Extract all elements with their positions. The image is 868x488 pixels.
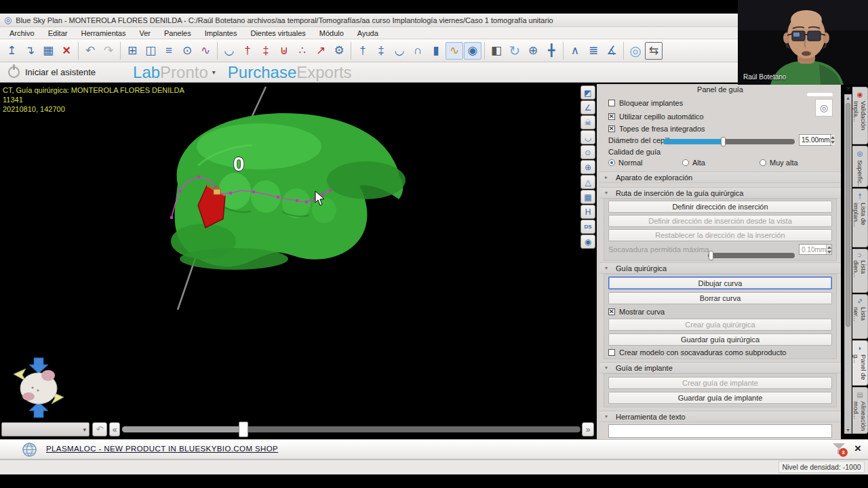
menu-paneles[interactable]: Paneles xyxy=(157,28,198,39)
slice-undo-button[interactable]: ↶ xyxy=(92,422,107,436)
curve-view-icon[interactable]: ∿ xyxy=(446,42,463,60)
lock-visibility-icon[interactable]: ◉ xyxy=(464,42,481,60)
menu-editar[interactable]: Editar xyxy=(41,28,75,39)
define-insertion-direction-button[interactable]: Definir dirección de inserción xyxy=(608,201,832,213)
auto-brush-checkbox[interactable]: Utilizar cepillo automático xyxy=(608,113,704,121)
undo-icon[interactable]: ↶ xyxy=(81,42,99,60)
zoom-detail-icon[interactable]: ⊙ xyxy=(178,42,196,60)
pyramid-view-icon[interactable]: △ xyxy=(580,175,595,189)
quality-alta-radio[interactable]: Alta xyxy=(682,159,705,167)
tab-validacion-implantes[interactable]: ◉ Validación Impla... xyxy=(852,87,868,144)
menu-ver[interactable]: Ver xyxy=(132,28,157,39)
lock-implants-checkbox[interactable]: Bloquear implantes xyxy=(608,99,683,107)
slice-handle-icon[interactable]: H xyxy=(580,205,595,219)
implant-settings-icon[interactable]: ⚙ xyxy=(330,42,348,60)
open-icon[interactable]: ↴ xyxy=(21,42,39,60)
chevron-down-icon[interactable]: ▾ xyxy=(212,68,216,76)
3d-viewport[interactable]: 0 CT, Guía quirúrgica: MONTEROLA FLORES … xyxy=(0,84,597,439)
create-surgical-guide-button[interactable]: Crear guía quirúrgica xyxy=(608,319,832,331)
gradient-window-icon[interactable]: ◧ xyxy=(488,42,505,60)
labpronto-logo[interactable]: LabPronto xyxy=(133,63,208,82)
arch-view-icon[interactable]: ◡ xyxy=(580,130,595,144)
menu-ayuda[interactable]: Ayuda xyxy=(351,28,385,39)
undercut-byproduct-checkbox[interactable]: Crear modelo con socavaduras como subpro… xyxy=(608,348,786,357)
import-icon[interactable]: ↥ xyxy=(3,42,20,60)
drill-stops-checkbox[interactable]: Topes de fresa integrados xyxy=(608,125,705,133)
delete-icon[interactable]: × xyxy=(58,42,75,60)
tab-lista-nervios[interactable]: ∿ Lista ner... xyxy=(852,294,868,338)
save-icon[interactable]: ▦ xyxy=(39,42,57,60)
add-screwdriver-icon[interactable]: ↗ xyxy=(312,42,330,60)
brush-diameter-spinbox[interactable]: 15.00mm xyxy=(799,134,832,146)
measure-compass-icon[interactable]: ∿ xyxy=(197,42,214,60)
show-curve-checkbox[interactable]: Mostrar curva xyxy=(608,308,665,316)
spinner-arrows[interactable] xyxy=(830,135,835,145)
start-wizard-button[interactable]: Iniciar el asistente xyxy=(25,67,96,77)
scrollbar-thumb[interactable] xyxy=(846,103,850,327)
axes-view-icon[interactable]: ⊕ xyxy=(580,160,595,174)
slice-combobox[interactable]: ▾ xyxy=(1,422,90,436)
panel-scrollbar[interactable]: ▲ ▼ xyxy=(844,94,852,434)
angle-tool-icon[interactable]: ∠ xyxy=(580,100,595,115)
slice-slider-track[interactable] xyxy=(122,426,580,432)
dental-arch-icon[interactable]: ◡ xyxy=(220,42,238,60)
section-text-tool[interactable]: ▾ Herramienta de texto xyxy=(599,411,841,422)
menu-modulo[interactable]: Módulo xyxy=(313,28,351,39)
menu-dientes-virtuales[interactable]: Dientes virtuales xyxy=(243,28,312,39)
section-scan-appliance[interactable]: ▸ Aparato de exploración xyxy=(599,171,841,183)
brush-diameter-slider[interactable] xyxy=(663,139,795,144)
create-implant-guide-button[interactable]: Crear guía de implante xyxy=(608,377,832,389)
section-insertion-path[interactable]: ▾ Ruta de inserción de la guía quirúrgic… xyxy=(599,187,841,199)
tab-alineacion-modelo[interactable]: ▤ Alineación mod... xyxy=(852,387,868,434)
reset-insertion-direction-button[interactable]: Restablecer la dirección de la inserción xyxy=(608,229,832,241)
section-surgical-guide[interactable]: ▾ Guía quirúrgica xyxy=(599,262,841,274)
pan-tool-icon[interactable]: ╋ xyxy=(542,42,560,60)
adjust-sliders-icon[interactable]: ≡ xyxy=(160,42,178,60)
scroll-down-icon[interactable]: ▼ xyxy=(845,428,851,432)
quality-muyalta-radio[interactable]: Muy alta xyxy=(760,159,798,167)
max-undercut-spinbox[interactable]: 0.10mm xyxy=(799,244,832,255)
add-tooth-icon[interactable]: ⊎ xyxy=(275,42,293,60)
max-undercut-slider[interactable] xyxy=(708,253,795,258)
draw-curve-button[interactable]: Dibujar curva xyxy=(608,277,832,289)
close-panel-button[interactable]: × xyxy=(844,85,853,94)
quality-normal-radio[interactable]: Normal xyxy=(608,159,642,167)
face-view-icon[interactable]: ☺ xyxy=(580,145,595,159)
erase-curve-button[interactable]: Borrar curva xyxy=(608,292,832,304)
view-orientation-icon[interactable]: ◩ xyxy=(580,85,595,100)
grid-view-icon[interactable]: ▦ xyxy=(580,190,595,204)
tooth-view-icon[interactable]: ∩ xyxy=(409,42,427,60)
notification-badge[interactable]: 3 xyxy=(839,448,848,457)
menu-herramientas[interactable]: Herramientas xyxy=(74,28,132,39)
spinner-arrows[interactable] xyxy=(826,245,831,254)
skull-view-icon[interactable]: ☠ xyxy=(580,115,595,129)
tab-superficie[interactable]: ◎ Superfic... xyxy=(852,146,868,187)
ds-view-icon[interactable]: DS xyxy=(580,220,595,234)
add-implant-icon[interactable]: † xyxy=(239,42,256,60)
density-level-icon[interactable]: ∧ xyxy=(566,42,584,60)
implant-path-icon[interactable]: ∴ xyxy=(294,42,311,60)
slice-prev-button[interactable]: « xyxy=(109,422,120,436)
slider-handle[interactable] xyxy=(709,251,713,260)
shop-notification-link[interactable]: PLASMALOC - NEW PRODUCT IN BLUESKYBIO.CO… xyxy=(46,445,278,453)
cylinder-view-icon[interactable]: ▮ xyxy=(427,42,445,60)
ruler-icon[interactable]: ≣ xyxy=(585,42,602,60)
snapshot-icon[interactable]: ◉ xyxy=(580,235,595,249)
tab-lista-implantes[interactable]: † Lista de implan... xyxy=(852,188,868,247)
menu-implantes[interactable]: Implantes xyxy=(198,28,244,39)
switch-layout-icon[interactable]: ⇆ xyxy=(645,42,663,60)
denture-view-icon[interactable]: ◡ xyxy=(391,42,408,60)
slice-next-button[interactable]: » xyxy=(582,422,594,436)
menu-archivo[interactable]: Archivo xyxy=(3,28,41,39)
save-surgical-guide-button[interactable]: Guardar guía quirúrgica xyxy=(608,333,832,346)
slice-slider-handle[interactable] xyxy=(239,422,248,437)
scroll-up-icon[interactable]: ▲ xyxy=(845,96,851,100)
purchaseexports-logo[interactable]: PurchaseExports xyxy=(228,63,352,82)
define-insertion-from-view-button[interactable]: Definir dirección de inserción desde la … xyxy=(608,215,832,227)
redo-icon[interactable]: ↷ xyxy=(100,42,117,60)
implant-view-icon[interactable]: † xyxy=(354,42,372,60)
zoom-tool-icon[interactable]: ⊕ xyxy=(524,42,542,60)
slider-handle[interactable] xyxy=(721,137,726,146)
abutment-view-icon[interactable]: ‡ xyxy=(372,42,390,60)
section-implant-guide[interactable]: ▾ Guía de implante xyxy=(599,362,841,373)
